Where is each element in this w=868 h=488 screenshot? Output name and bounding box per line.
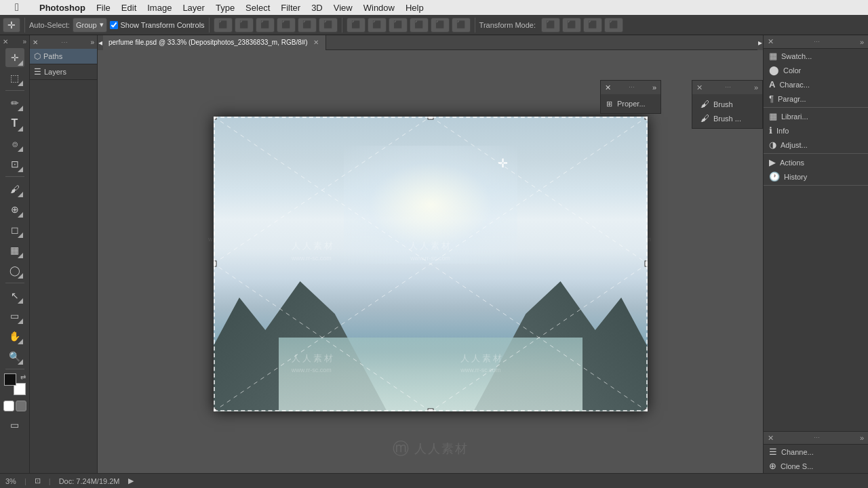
right-panels-dots: ⋯ — [814, 39, 820, 45]
dist-l-btn[interactable]: ⬛ — [389, 18, 408, 33]
right-panels-close-btn[interactable]: ✕ — [768, 37, 774, 46]
swap-colors-btn[interactable]: ⇄ — [20, 373, 26, 381]
brush-close-btn[interactable]: ✕ — [696, 83, 703, 92]
paths-label: Paths — [43, 52, 62, 60]
info-item[interactable]: ℹ Info — [764, 123, 868, 138]
show-transform-checkbox[interactable]: Show Transform Controls — [110, 21, 205, 29]
properties-label: Proper... — [617, 100, 646, 108]
brush-item-1[interactable]: 🖌 Brush — [695, 97, 760, 111]
menu-image[interactable]: Image — [142, 0, 177, 15]
move-tool-btn[interactable]: ✛ — [3, 18, 20, 33]
doc-size-arrow[interactable]: ▶ — [128, 476, 134, 485]
bottom-sub-close-btn[interactable]: ✕ — [768, 434, 774, 443]
align-center-btn[interactable]: ⬛ — [235, 18, 254, 33]
mode-2-btn[interactable]: ⬛ — [562, 18, 581, 33]
lasso-tool[interactable]: ⌾ — [5, 134, 24, 153]
eraser-tool[interactable]: ◻ — [5, 220, 24, 239]
menu-file[interactable]: File — [91, 0, 116, 15]
dist-r-btn[interactable]: ⬛ — [431, 18, 450, 33]
right-panels-expand-btn[interactable]: » — [860, 38, 864, 46]
mode-4-btn[interactable]: ⬛ — [604, 18, 623, 33]
mode-3-btn[interactable]: ⬛ — [583, 18, 602, 33]
menu-layer[interactable]: Layer — [177, 0, 210, 15]
menu-3d[interactable]: 3D — [306, 0, 328, 15]
adjustments-item[interactable]: ◑ Adjust... — [764, 138, 868, 152]
standard-mode-btn[interactable] — [3, 401, 14, 411]
menu-edit[interactable]: Edit — [116, 0, 142, 15]
foreground-color[interactable] — [4, 373, 16, 386]
gradient-tool[interactable]: ▦ — [5, 241, 24, 260]
canvas-document[interactable]: 人人素材 www.rr-sc.com 人人素材 www.rr-sc.com 人人… — [214, 117, 648, 411]
dodge-tool[interactable]: ◯ — [5, 261, 24, 280]
menu-select[interactable]: Select — [240, 0, 275, 15]
align-right-btn[interactable]: ⬛ — [256, 18, 275, 33]
bottom-sub-expand-btn[interactable]: » — [860, 434, 864, 442]
properties-close-btn[interactable]: ✕ — [605, 83, 611, 92]
libraries-label: Librari... — [781, 113, 808, 121]
properties-item[interactable]: ⊞ Proper... — [604, 97, 658, 110]
menu-type[interactable]: Type — [210, 0, 240, 15]
menu-help[interactable]: Help — [400, 0, 429, 15]
tabs-right-arrow[interactable]: ▸ — [757, 35, 763, 50]
mode-1-btn[interactable]: ⬛ — [541, 18, 560, 33]
paths-layers-expand[interactable]: » — [90, 39, 94, 46]
clone-stamp-tool[interactable]: ⊕ — [5, 200, 24, 219]
clone-source-item[interactable]: ⊕ Clone S... — [764, 459, 868, 473]
move-tool[interactable]: ✛ — [5, 48, 24, 67]
brush-item-2[interactable]: 🖌 Brush ... — [695, 111, 760, 125]
channels-item[interactable]: ☰ Channe... — [764, 445, 868, 459]
tools-expand-btn[interactable]: » — [22, 38, 26, 45]
swatches-item[interactable]: ▦ Swatch... — [764, 49, 868, 63]
fit-screen-btn[interactable]: ⊡ — [35, 476, 41, 485]
apple-menu[interactable]:  — [0, 1, 34, 14]
tools-close-btn[interactable]: ✕ — [3, 38, 8, 45]
libraries-item[interactable]: ▦ Librari... — [764, 109, 868, 123]
dist-c-btn[interactable]: ⬛ — [410, 18, 429, 33]
toolbar-separator-3 — [342, 18, 342, 33]
tab-filename: perfume file.psd @ 33.3% (Depositphotos_… — [108, 39, 308, 46]
panel-divider-2 — [764, 153, 868, 154]
paragraph-item[interactable]: ¶ Paragr... — [764, 92, 868, 106]
path-selection-tool[interactable]: ↖ — [5, 286, 24, 305]
menu-window[interactable]: Window — [358, 0, 400, 15]
canvas-wrapper: 人人素材www.rr-sc.com 人人素材www.rr-sc.com 人人素材… — [98, 54, 763, 473]
type-tool[interactable]: T — [5, 114, 24, 133]
menu-photoshop[interactable]: Photoshop — [34, 0, 91, 15]
zoom-tool[interactable]: 🔍 — [5, 347, 24, 366]
align-bottom-btn[interactable]: ⬛ — [319, 18, 338, 33]
character-item[interactable]: A Charac... — [764, 77, 868, 92]
selection-tool[interactable]: ⬚ — [5, 68, 24, 87]
paths-tab[interactable]: ⬡ Paths — [30, 49, 97, 64]
brush-expand-btn[interactable]: » — [754, 83, 758, 92]
align-left-btn[interactable]: ⬛ — [214, 18, 233, 33]
align-top-btn[interactable]: ⬛ — [277, 18, 296, 33]
brush-tool[interactable]: 🖌 — [5, 180, 24, 199]
tabs-left-arrow[interactable]: ◂ — [98, 35, 103, 50]
paths-layers-close[interactable]: ✕ — [33, 39, 38, 46]
properties-panel-body: ⊞ Proper... — [601, 94, 660, 113]
color-item[interactable]: ⬤ Color — [764, 63, 868, 77]
dist-v-btn[interactable]: ⬛ — [368, 18, 387, 33]
tab-close-btn[interactable]: ✕ — [312, 39, 320, 47]
dist-h-btn[interactable]: ⬛ — [347, 18, 366, 33]
quick-mask-btn[interactable] — [16, 401, 26, 411]
shape-tool[interactable]: ▭ — [5, 306, 24, 325]
zoom-icon: | — [24, 477, 26, 485]
tool-sep-2 — [5, 176, 24, 177]
menu-filter[interactable]: Filter — [275, 0, 306, 15]
properties-expand-btn[interactable]: » — [652, 83, 656, 92]
brush-label-2: Brush ... — [713, 115, 741, 123]
hand-tool[interactable]: ✋ — [5, 327, 24, 346]
pen-tool[interactable]: ✏ — [5, 94, 24, 113]
layers-tab[interactable]: ☰ Layers — [30, 64, 97, 80]
crop-tool[interactable]: ⊡ — [5, 155, 24, 174]
document-tab[interactable]: perfume file.psd @ 33.3% (Depositphotos_… — [103, 35, 326, 50]
actions-item[interactable]: ▶ Actions — [764, 155, 868, 169]
dist-b-btn[interactable]: ⬛ — [452, 18, 471, 33]
history-item[interactable]: 🕐 History — [764, 169, 868, 184]
screen-mode-btn[interactable]: ▭ — [5, 415, 24, 434]
color-picker[interactable]: ⇄ — [4, 373, 26, 395]
align-middle-btn[interactable]: ⬛ — [298, 18, 317, 33]
menu-view[interactable]: View — [328, 0, 358, 15]
auto-select-dropdown[interactable]: Group ▾ — [73, 18, 107, 33]
